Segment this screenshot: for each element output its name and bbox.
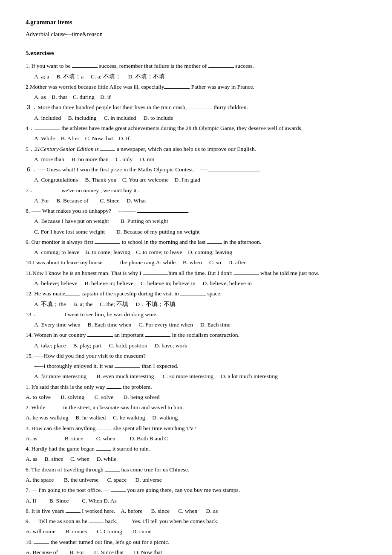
q-sec2-8-text: 8. It is five years I worked here. A. be… xyxy=(26,506,366,516)
q-sec2-6-text: 6. The dream of traveling through has co… xyxy=(26,465,366,474)
q-sec2-9-text: 9. — Tell me as soon as he back. — Yes. … xyxy=(26,517,366,526)
q15-options: A. far more interesting B. even much int… xyxy=(34,372,366,381)
page-content: 4.grammar items Adverbial clause—time&re… xyxy=(26,17,366,555)
q4-options: A. While B. After C. Now that D. If xyxy=(34,134,366,143)
q-sec2-3-text: 3. How can she learn anything she spent … xyxy=(26,424,366,433)
q1-options: A. a; a B. 不填；a C. a; 不填； D. 不填；不填 xyxy=(34,72,366,81)
q6-options: A. Congratulations B. Thank you C. You a… xyxy=(34,175,366,185)
q5-text: 5．21Century·Senior Edition is a newspape… xyxy=(26,145,366,154)
q-sec2-1-options: A. to solve B. solving C. solve D. being… xyxy=(26,393,366,402)
q2-text: 2.Mother was worried because little Alic… xyxy=(26,82,366,92)
q4-text: 4． the athletes have made great achievem… xyxy=(26,124,366,133)
q7-text: 7． we've no money , we can't buy it . xyxy=(26,186,366,195)
q3-options: A. included B. including C. in included … xyxy=(34,113,366,123)
q5-options: A. more than B. no more than C. only D. … xyxy=(34,155,366,164)
q13-options: A. Every time when B. Each time when C. … xyxy=(34,320,366,330)
q11-options: A. believe; believe B. believe in; belie… xyxy=(34,279,366,288)
q-sec2-1-text: 1. It's said that this is the only way t… xyxy=(26,382,366,392)
q12-text: 12. He was made captain of the spaceship… xyxy=(26,289,366,298)
q1-text: 1. If you want to be success, remember t… xyxy=(26,61,366,71)
q2-options: A. as B. that C. during D. if xyxy=(34,92,366,102)
q-sec2-4-options: A. as B. since C. when D. while xyxy=(26,454,366,464)
q8-options-b: C. For I have lost some weight D. Becaus… xyxy=(34,227,366,237)
q7-options: A. For B. Because of C. Since D. What xyxy=(34,196,366,205)
q-sec2-4-text: 4. Hardly had the game began it started … xyxy=(26,444,366,454)
subtitle: Adverbial clause—time&reason xyxy=(26,30,366,39)
q3-text: ３．More than three hundred people lost th… xyxy=(26,103,366,112)
q-sec2-2-options: A. he was walking B. he walked C. he wal… xyxy=(26,413,366,422)
q10-text: 10.I was about to leave my house the pho… xyxy=(26,258,366,267)
q-sec2-7-options: A. If B. Since C. When D. As xyxy=(26,496,366,506)
q14-options: A. take; place B. play; part C. hold; po… xyxy=(34,341,366,350)
q-sec2-3-options: A. as B. since C. when D. Both B and C xyxy=(26,434,366,443)
q-sec2-2-text: 2. While in the street, a classmate saw … xyxy=(26,403,366,412)
q8-text: 8. ----- What makes you so unhappy? ----… xyxy=(26,206,366,216)
q8-options-a: A. Because I have put on weight B. Putti… xyxy=(34,217,366,226)
q-sec2-7-text: 7. — I'm going to the post office. — you… xyxy=(26,486,366,495)
exercises-content: 1. If you want to be success, remember t… xyxy=(26,61,366,555)
q-sec2-10-options: A. Because of B. For C. Since that D. No… xyxy=(26,548,366,555)
q9-options: A. coming; to leave B. to come; leaving … xyxy=(34,248,366,257)
q-sec2-6-options: A. the space B. the universe C. space D.… xyxy=(26,475,366,485)
section-title: 4.grammar items xyxy=(26,17,366,27)
exercises-title: 5.exercises xyxy=(26,48,366,58)
q15-text: 15. -----How did you find your visit to … xyxy=(26,351,366,361)
q11-text: 11.Now I know he is an honest man. That … xyxy=(26,269,366,278)
q12-options: A. 不填；the B. a; the C. the; 不填 D．不填；不填 xyxy=(34,300,366,309)
q9-text: 9. Our monitor is always first to school… xyxy=(26,237,366,247)
q15-sub: -----I thoroughly enjoyed it. It was tha… xyxy=(34,361,366,371)
q14-text: 14. Women in our country an important in… xyxy=(26,330,366,340)
q6-text: ６．---- Guess what! I won the first prize… xyxy=(26,165,366,174)
q-sec2-9-options: A. will come B. comes C. Coming D. came xyxy=(26,527,366,536)
q-sec2-10-text: 10. the weather turned out fine, let's g… xyxy=(26,538,366,547)
q13-text: 13． I went to see him, he was drinking w… xyxy=(26,310,366,319)
